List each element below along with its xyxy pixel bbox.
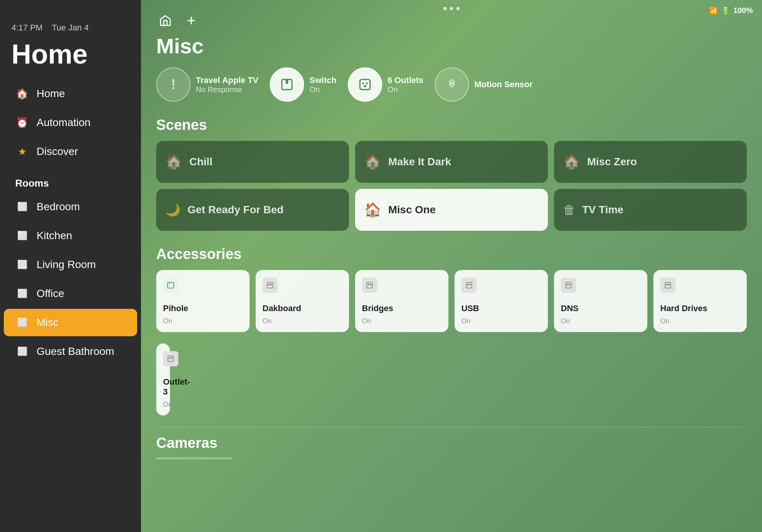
scene-misc-zero-icon: 🏠 [563, 154, 580, 170]
switch-icon [279, 77, 295, 92]
sidebar-item-living-room[interactable]: ⬜ Living Room [4, 251, 137, 278]
scroll-bar[interactable] [156, 457, 232, 459]
device-info-motion-sensor: Motion Sensor [474, 80, 533, 89]
svg-rect-19 [566, 283, 572, 288]
device-status-switch: On [309, 85, 336, 94]
outlet-3-icon [163, 351, 178, 366]
main-header [156, 11, 747, 30]
svg-rect-13 [367, 283, 373, 288]
svg-rect-10 [267, 283, 273, 288]
svg-rect-8 [168, 283, 174, 288]
svg-rect-16 [466, 283, 472, 288]
device-travel-apple-tv[interactable]: ! Travel Apple TV No Response [156, 67, 258, 102]
scene-chill[interactable]: 🏠 Chill [156, 141, 349, 183]
sidebar-item-guest-bathroom[interactable]: ⬜ Guest Bathroom [4, 338, 137, 365]
accessory-bridges[interactable]: Bridges On [355, 270, 448, 332]
sidebar-item-office[interactable]: ⬜ Office [4, 280, 137, 307]
svg-point-6 [366, 82, 368, 84]
accessory-usb[interactable]: USB On [455, 270, 548, 332]
scene-make-it-dark[interactable]: 🏠 Make It Dark [355, 141, 548, 183]
time-date: 4:17 PM Tue Jan 4 [0, 23, 141, 40]
misc-icon: ⬜ [15, 316, 29, 329]
scene-misc-zero-name: Misc Zero [587, 156, 637, 168]
wifi-icon: 📶 [709, 6, 717, 15]
scenes-title: Scenes [156, 117, 747, 133]
accessories-title: Accessories [156, 246, 747, 262]
sidebar-item-automation[interactable]: ⏰ Automation [4, 109, 137, 136]
svg-point-15 [370, 284, 371, 285]
accessories-grid: Pihole On Dakboard On [156, 270, 747, 332]
svg-rect-25 [168, 356, 174, 362]
cameras-title: Cameras [156, 435, 747, 451]
kitchen-icon: ⬜ [15, 229, 29, 243]
motion-sensor-icon [444, 77, 459, 92]
accessories-row2: Outlet-3 On [156, 343, 747, 415]
sidebar-item-bedroom[interactable]: ⬜ Bedroom [4, 193, 137, 220]
travel-apple-tv-icon: ! [171, 77, 176, 93]
rooms-section-label: Rooms [0, 166, 141, 192]
accessory-dns[interactable]: DNS On [554, 270, 647, 332]
add-button[interactable] [182, 11, 200, 30]
device-name-switch: Switch [309, 75, 336, 85]
outlets-icon [357, 77, 373, 92]
bedroom-icon: ⬜ [15, 200, 29, 214]
nav-label-automation: Automation [37, 117, 91, 129]
usb-name: USB [461, 304, 541, 313]
rooms-nav: ⬜ Bedroom ⬜ Kitchen ⬜ Living Room ⬜ Offi… [0, 192, 141, 366]
scene-misc-one[interactable]: 🏠 Misc One [355, 189, 548, 231]
device-6-outlets[interactable]: 6 Outlets On [348, 67, 423, 102]
pihole-name: Pihole [163, 304, 243, 313]
status-bar: 📶 🔋 100% [700, 0, 762, 21]
bridges-name: Bridges [362, 304, 442, 313]
scene-get-ready-for-bed[interactable]: 🌙 Get Ready For Bed [156, 189, 349, 231]
nav-label-living-room: Living Room [37, 259, 96, 271]
dot-2 [450, 7, 453, 10]
device-circle-motion-sensor [435, 67, 469, 102]
device-name-6-outlets: 6 Outlets [387, 75, 423, 85]
scene-make-it-dark-name: Make It Dark [388, 156, 451, 168]
usb-icon [461, 278, 477, 293]
device-info-6-outlets: 6 Outlets On [387, 75, 423, 94]
accessory-hard-drives[interactable]: Hard Drives On [653, 270, 747, 332]
nav-label-kitchen: Kitchen [37, 230, 72, 242]
dakboard-status: On [263, 317, 342, 325]
home-icon: 🏠 [15, 87, 29, 101]
svg-point-20 [567, 284, 568, 285]
battery-icon: 🔋 [721, 6, 730, 15]
dns-status: On [561, 317, 640, 325]
nav-label-home: Home [37, 88, 65, 100]
living-room-icon: ⬜ [15, 258, 29, 272]
sidebar-item-home[interactable]: 🏠 Home [4, 80, 137, 107]
main-container: 📶 🔋 100% Misc [141, 0, 762, 532]
svg-rect-4 [360, 80, 370, 90]
device-switch[interactable]: Switch On [270, 67, 336, 102]
device-name-travel-apple-tv: Travel Apple TV [196, 75, 258, 85]
scene-tv-time[interactable]: 🗑 TV Time [554, 189, 747, 231]
hard-drives-name: Hard Drives [660, 304, 740, 313]
accessory-outlet-3[interactable]: Outlet-3 On [156, 343, 170, 415]
device-circle-6-outlets [348, 67, 382, 102]
sidebar-title: Home [0, 40, 141, 79]
scene-misc-zero[interactable]: 🏠 Misc Zero [554, 141, 747, 183]
accessory-dakboard[interactable]: Dakboard On [256, 270, 349, 332]
battery-level: 100% [733, 6, 753, 15]
scene-get-ready-for-bed-icon: 🌙 [165, 203, 181, 217]
device-name-motion-sensor: Motion Sensor [474, 80, 533, 89]
scene-get-ready-for-bed-name: Get Ready For Bed [187, 204, 283, 216]
sidebar-item-kitchen[interactable]: ⬜ Kitchen [4, 222, 137, 249]
discover-icon: ★ [15, 145, 29, 158]
nav-label-bedroom: Bedroom [37, 201, 80, 213]
svg-point-11 [269, 284, 270, 285]
dot-3 [456, 7, 460, 10]
sidebar-item-discover[interactable]: ★ Discover [4, 138, 137, 165]
guest-bathroom-icon: ⬜ [15, 345, 29, 358]
bridges-status: On [362, 317, 442, 325]
svg-rect-22 [665, 283, 671, 288]
sidebar-item-misc[interactable]: ⬜ Misc [4, 309, 137, 336]
nav-label-discover: Discover [37, 145, 78, 158]
accessory-pihole[interactable]: Pihole On [156, 270, 250, 332]
device-motion-sensor[interactable]: Motion Sensor [435, 67, 533, 102]
device-status-travel-apple-tv: No Response [196, 85, 258, 94]
home-button[interactable] [156, 11, 174, 30]
pihole-status: On [163, 317, 243, 325]
